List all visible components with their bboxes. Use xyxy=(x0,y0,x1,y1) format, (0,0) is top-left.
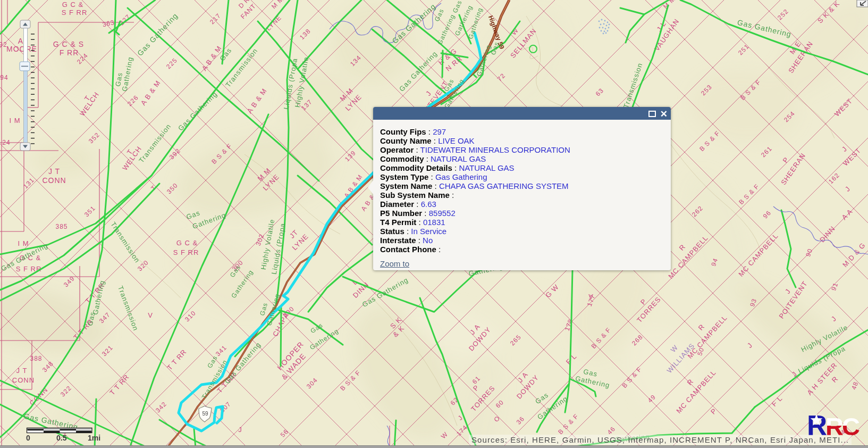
svg-text:F RR: F RR xyxy=(60,48,79,57)
svg-text:1mi: 1mi xyxy=(88,434,100,442)
svg-text:G C & S: G C & S xyxy=(53,40,84,48)
svg-text:A: A xyxy=(18,37,23,45)
svg-text:S F RR: S F RR xyxy=(62,9,88,16)
svg-text:385: 385 xyxy=(55,223,68,230)
svg-text:CONN: CONN xyxy=(12,376,35,384)
svg-text:S F RR: S F RR xyxy=(173,248,199,256)
svg-text:388: 388 xyxy=(30,355,42,362)
svg-text:V: V xyxy=(148,311,153,319)
svg-text:94: 94 xyxy=(0,74,8,81)
svg-text:J: J xyxy=(238,426,242,434)
svg-text:92: 92 xyxy=(0,41,7,48)
svg-text:G C &: G C & xyxy=(176,239,198,247)
svg-text:J T: J T xyxy=(16,367,28,375)
svg-text:I M: I M xyxy=(18,239,29,247)
svg-text:I M: I M xyxy=(9,117,20,125)
svg-text:V: V xyxy=(588,293,594,301)
svg-text:MOORE: MOORE xyxy=(6,45,37,53)
svg-text:0: 0 xyxy=(26,434,30,442)
svg-text:J T: J T xyxy=(48,167,60,176)
svg-text:CONN: CONN xyxy=(42,176,66,185)
svg-text:24: 24 xyxy=(2,139,10,146)
svg-text:59: 59 xyxy=(202,411,208,417)
svg-text:0.5: 0.5 xyxy=(56,434,67,442)
svg-text:G C &: G C & xyxy=(62,1,83,9)
